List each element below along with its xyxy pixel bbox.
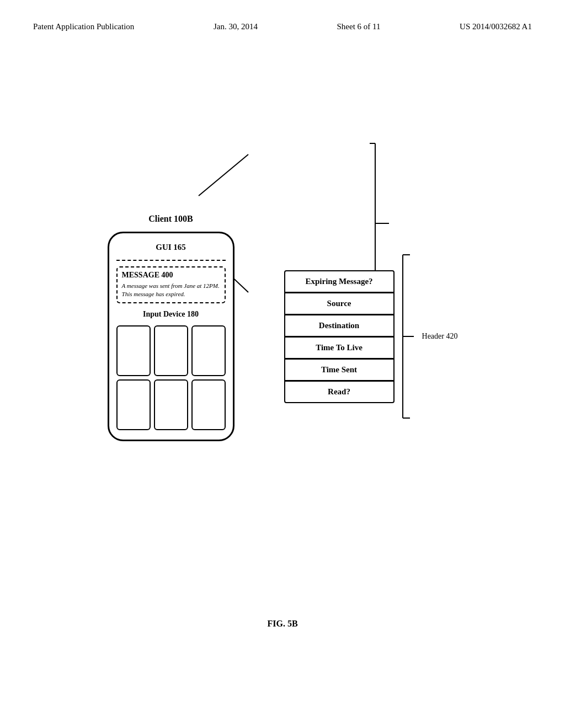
- header-field-expiring: Expiring Message?: [284, 270, 395, 292]
- divider-top: [116, 260, 226, 261]
- header-area: Expiring Message? Source Destination Tim…: [284, 254, 458, 419]
- client-label: Client 100B: [148, 214, 193, 224]
- device-inner: GUI 165 MESSAGE 400 A message was sent f…: [116, 240, 226, 432]
- bracket-svg: [400, 254, 417, 419]
- svg-line-0: [199, 154, 248, 196]
- figure-caption: FIG. 5B: [267, 619, 297, 629]
- patent-sheet: Sheet 6 of 11: [337, 22, 381, 31]
- key-1: [116, 325, 151, 376]
- patent-date: Jan. 30, 2014: [214, 22, 258, 31]
- patent-left-label: Patent Application Publication: [33, 22, 134, 31]
- diagram-area: Client 100B GUI 165 MESSAGE 400 A messag…: [33, 110, 532, 563]
- key-4: [116, 379, 151, 430]
- message-box: MESSAGE 400 A message was sent from Jane…: [116, 266, 226, 303]
- key-5: [154, 379, 188, 430]
- key-3: [191, 325, 226, 376]
- key-2: [154, 325, 188, 376]
- header-field-source: Source: [284, 292, 395, 314]
- message-text: A message was sent from Jane at 12PM. Th…: [122, 282, 220, 299]
- patent-number: US 2014/0032682 A1: [460, 22, 532, 31]
- header-field-destination: Destination: [284, 314, 395, 336]
- header-field-read: Read?: [284, 381, 395, 403]
- message-title: MESSAGE 400: [122, 271, 220, 280]
- gui-label: GUI 165: [116, 240, 226, 254]
- keypad: [116, 323, 226, 432]
- key-6: [191, 379, 226, 430]
- header-field-timesent: Time Sent: [284, 358, 395, 381]
- header-stack: Expiring Message? Source Destination Tim…: [284, 270, 395, 403]
- device-container: Client 100B GUI 165 MESSAGE 400 A messag…: [108, 232, 234, 441]
- header-field-ttl: Time To Live: [284, 336, 395, 358]
- header-420-label: Header 420: [422, 332, 458, 341]
- input-device-label: Input Device 180: [116, 310, 226, 319]
- patent-header: Patent Application Publication Jan. 30, …: [33, 22, 532, 31]
